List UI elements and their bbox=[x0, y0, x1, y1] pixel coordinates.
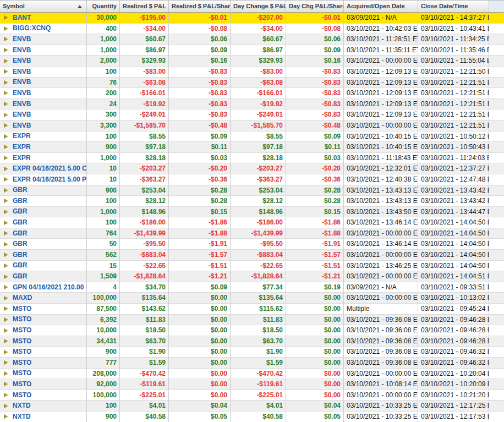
table-row[interactable]: MSTO92,000-$119.61$0.00-$119.61$0.0003/1… bbox=[0, 379, 504, 390]
table-row[interactable]: ENVB2,000$329.93$0.16$329.93$0.1603/10/2… bbox=[0, 56, 504, 67]
realized_ps-cell: $0.06 bbox=[169, 34, 231, 45]
table-row[interactable]: MSTO87,500$143.62$0.00$115.62$0.00Multip… bbox=[0, 304, 504, 315]
symbol-cell: GPN 04/16/2021 210.00 C bbox=[0, 282, 87, 293]
expand-row-icon[interactable] bbox=[4, 414, 8, 419]
expand-row-icon[interactable] bbox=[4, 393, 8, 397]
table-row[interactable]: EXPR900$97.18$0.11$97.18$0.1103/10/2021 … bbox=[0, 142, 504, 153]
expand-row-icon[interactable] bbox=[4, 221, 8, 225]
table-row[interactable]: NXTD900$40.58$0.05$40.58$0.0503/10/2021 … bbox=[0, 412, 504, 422]
table-row[interactable]: ENVB3,300-$1,585.70-$0.48-$1,585.70-$0.4… bbox=[0, 120, 504, 131]
expand-row-icon[interactable] bbox=[4, 231, 8, 235]
expand-row-icon[interactable] bbox=[4, 15, 8, 20]
expand-row-icon[interactable] bbox=[4, 156, 8, 160]
table-row[interactable]: BANT30,000-$195.00-$0.01-$207.00-$0.0103… bbox=[0, 13, 504, 24]
expand-row-icon[interactable] bbox=[4, 48, 8, 52]
expand-row-icon[interactable] bbox=[4, 317, 8, 322]
expand-row-icon[interactable] bbox=[4, 199, 8, 203]
column-header-day_chg[interactable]: Day Change $ P&L bbox=[231, 1, 286, 12]
table-row[interactable]: MSTO6,392$11.83$0.00$11.83$0.0003/10/202… bbox=[0, 315, 504, 326]
expand-row-icon[interactable] bbox=[4, 275, 8, 279]
expand-row-icon[interactable] bbox=[4, 145, 8, 149]
table-row[interactable]: GBR100-$186.00-$1.86-$186.00-$1.8603/10/… bbox=[0, 217, 504, 228]
table-row[interactable]: MSTO34,431$63.70$0.00$63.70$0.0003/10/20… bbox=[0, 336, 504, 347]
realized_ps-cell: -$1.57 bbox=[169, 250, 231, 261]
expand-row-icon[interactable] bbox=[4, 350, 8, 354]
expand-row-icon[interactable] bbox=[4, 328, 8, 333]
day_chg_ps-cell: $0.09 bbox=[286, 131, 344, 143]
expand-row-icon[interactable] bbox=[4, 371, 8, 376]
table-row[interactable]: GBR100$28.12$0.28$28.12$0.2803/10/2021 -… bbox=[0, 196, 504, 207]
column-header-realized_ps[interactable]: Realized $ P&L/Share bbox=[169, 1, 231, 12]
column-header-close[interactable]: Close Date/Time bbox=[418, 1, 489, 12]
expand-row-icon[interactable] bbox=[4, 360, 8, 365]
table-row[interactable]: EXPR 04/16/2021 5.00 C10-$203.27-$0.20-$… bbox=[0, 163, 504, 174]
table-row[interactable]: ENVB1,000$60.67$0.06$60.67$0.0603/10/202… bbox=[0, 34, 504, 45]
column-header-symbol[interactable]: Symbol bbox=[0, 1, 87, 12]
expand-row-icon[interactable] bbox=[4, 69, 8, 74]
table-row[interactable]: GPN 04/16/2021 210.00 C4$34.70$0.09$77.3… bbox=[0, 282, 504, 293]
day_chg-cell: $86.97 bbox=[231, 45, 286, 56]
column-header-qty[interactable]: Quantity bbox=[87, 1, 120, 12]
expand-row-icon[interactable] bbox=[4, 264, 8, 268]
column-header-realized[interactable]: Realized $ P&L bbox=[120, 1, 169, 12]
expand-row-icon[interactable] bbox=[4, 188, 8, 193]
table-row[interactable]: GBR50-$95.50-$1.91-$95.50-$1.9103/10/202… bbox=[0, 239, 504, 250]
table-row[interactable]: GBR562-$883.04-$1.57-$883.04-$1.5703/10/… bbox=[0, 250, 504, 261]
expand-row-icon[interactable] bbox=[4, 242, 8, 246]
expand-row-icon[interactable] bbox=[4, 404, 8, 408]
column-header-acquired[interactable]: Acquired/Open Date bbox=[344, 1, 418, 12]
expand-row-icon[interactable] bbox=[4, 177, 8, 182]
table-row[interactable]: ENVB300-$249.01-$0.83-$249.01-$0.8303/10… bbox=[0, 109, 504, 120]
expand-row-icon[interactable] bbox=[4, 80, 8, 85]
expand-row-icon[interactable] bbox=[4, 339, 8, 343]
table-row[interactable]: GBR15-$22.65-$1.51-$22.65-$1.5103/10/202… bbox=[0, 261, 504, 272]
table-row[interactable]: MSTO777$1.59$0.00$1.59$0.0003/10/2021 - … bbox=[0, 358, 504, 369]
realized_ps-cell: $0.00 bbox=[169, 315, 231, 326]
expand-row-icon[interactable] bbox=[4, 296, 8, 300]
table-row[interactable]: ENVB100-$83.00-$0.83-$83.00-$0.8303/10/2… bbox=[0, 67, 504, 78]
column-header-day_chg_ps[interactable]: Day Chg P&L/Share bbox=[286, 1, 344, 12]
symbol-cell: MSTO bbox=[0, 304, 87, 315]
close-cell: 03/10/2021 - 10:50:43 ET bbox=[418, 142, 489, 153]
table-row[interactable]: ENVB24-$19.92-$0.83-$19.92-$0.8303/10/20… bbox=[0, 99, 504, 110]
table-row[interactable]: ENVB200-$166.01-$0.83-$166.01-$0.8303/10… bbox=[0, 88, 504, 99]
expand-row-icon[interactable] bbox=[4, 167, 8, 171]
realized_ps-cell: -$0.83 bbox=[169, 88, 231, 99]
table-row[interactable]: MSTO208,000-$470.42$0.00-$470.42$0.0003/… bbox=[0, 369, 504, 380]
table-row[interactable]: MSTO900$1.90$0.00$1.90$0.0003/10/2021 - … bbox=[0, 347, 504, 358]
table-row[interactable]: MSTO100,000-$225.01$0.00-$225.01$0.0003/… bbox=[0, 390, 504, 401]
expand-row-icon[interactable] bbox=[4, 123, 8, 128]
expand-row-icon[interactable] bbox=[4, 382, 8, 386]
day_chg-cell: $60.67 bbox=[231, 34, 286, 45]
acquired-cell: 03/10/2021 - 09:36:08 ET bbox=[344, 358, 418, 369]
day_chg-cell: $28.12 bbox=[231, 196, 286, 207]
expand-row-icon[interactable] bbox=[4, 26, 8, 31]
expand-row-icon[interactable] bbox=[4, 102, 8, 106]
table-row[interactable]: GBR764-$1,439.99-$1.88-$1,439.99-$1.8803… bbox=[0, 228, 504, 239]
expand-row-icon[interactable] bbox=[4, 37, 8, 41]
table-row[interactable]: EXPR 04/16/2021 5.00 P10-$363.27-$0.36-$… bbox=[0, 174, 504, 185]
acquired-cell: 03/10/2021 - 00:00:00 ET bbox=[344, 293, 418, 304]
table-row[interactable]: MSTO10,000$18.50$0.00$18.50$0.0003/10/20… bbox=[0, 325, 504, 336]
expand-row-icon[interactable] bbox=[4, 113, 8, 117]
table-row[interactable]: GBR900$253.04$0.28$253.04$0.2803/10/2021… bbox=[0, 185, 504, 196]
expand-row-icon[interactable] bbox=[4, 91, 8, 95]
table-row[interactable]: ENVB76-$63.08-$0.83-$63.08-$0.8303/10/20… bbox=[0, 78, 504, 89]
table-row[interactable]: EXPR1,000$28.18$0.03$28.18$0.0303/10/202… bbox=[0, 153, 504, 164]
table-row[interactable]: BIGG:XCNQ400-$34.00-$0.08-$34.00-$0.0803… bbox=[0, 24, 504, 35]
table-row[interactable]: GBR1,000$148.96$0.15$148.96$0.1503/10/20… bbox=[0, 207, 504, 218]
expand-row-icon[interactable] bbox=[4, 210, 8, 214]
table-row[interactable]: GBR1,509-$1,828.64-$1.21-$1,828.64-$1.21… bbox=[0, 271, 504, 282]
acquired-cell: 03/10/2021 - 12:32:01 ET bbox=[344, 163, 418, 174]
expand-row-icon[interactable] bbox=[4, 306, 8, 311]
table-row[interactable]: NXTD100$4.01$0.04$4.01$0.0403/10/2021 - … bbox=[0, 401, 504, 412]
symbol-label: NXTD bbox=[13, 412, 31, 422]
qty-cell: 1,509 bbox=[87, 271, 120, 282]
expand-row-icon[interactable] bbox=[4, 59, 8, 63]
table-row[interactable]: EXPR100$8.55$0.09$8.55$0.0903/10/2021 - … bbox=[0, 131, 504, 143]
expand-row-icon[interactable] bbox=[4, 134, 8, 139]
expand-row-icon[interactable] bbox=[4, 285, 8, 289]
table-row[interactable]: ENVB1,000$86.97$0.09$86.97$0.0903/10/202… bbox=[0, 45, 504, 56]
expand-row-icon[interactable] bbox=[4, 253, 8, 257]
table-row[interactable]: MAXD100,000$135.64$0.00$135.64$0.0003/10… bbox=[0, 293, 504, 304]
